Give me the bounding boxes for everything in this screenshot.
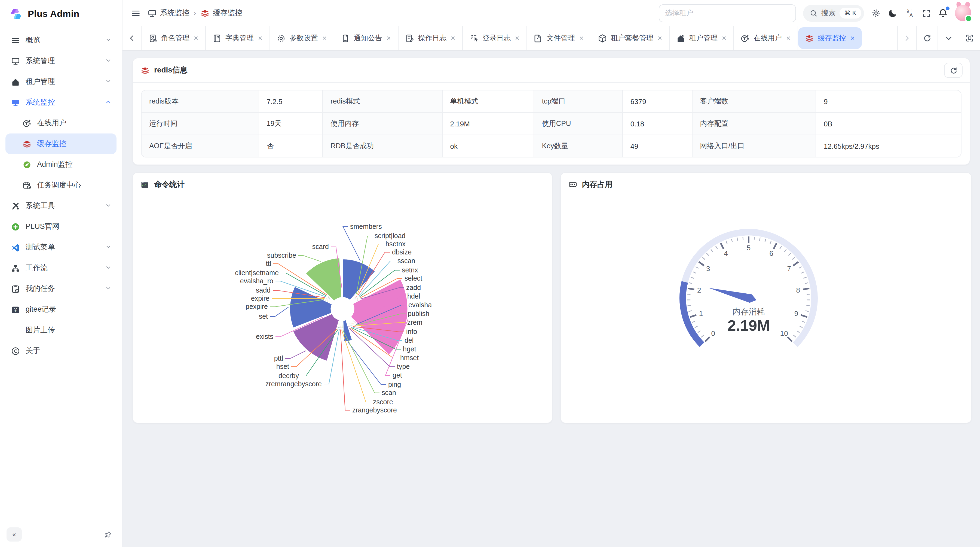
tab[interactable]: 文件管理 [527,26,591,50]
tab[interactable]: 参数设置 [270,26,334,50]
notifications-bell-icon[interactable] [938,8,948,18]
tab-close-icon[interactable] [386,35,391,41]
sidebar-item[interactable]: 在线用户 [5,113,116,134]
sidebar-item[interactable]: 概览 [5,30,116,51]
pin-icon[interactable] [100,527,115,542]
tab[interactable]: 登录日志 [463,26,527,50]
my-tasks-icon [11,284,20,293]
tab-close-icon[interactable] [322,35,327,41]
search-label: 搜索 [821,8,835,18]
sidebar-item[interactable]: 图片上传 [5,320,116,341]
sidebar-item[interactable]: PLUS官网 [5,216,116,237]
sidebar-item[interactable]: 关于 [5,341,116,361]
sidebar-item[interactable]: 我的任务 [5,278,116,299]
tab-close-icon[interactable] [193,35,199,41]
tab-close-icon[interactable] [786,35,791,41]
svg-text:9: 9 [794,309,798,317]
tab[interactable]: 字典管理 [206,26,270,50]
tab-close-icon[interactable] [579,35,584,41]
sidebar-item[interactable]: 系统管理 [5,51,116,71]
tab-label: 缓存监控 [818,33,846,43]
sidebar-item-label: 缓存监控 [37,139,111,149]
sidebar-item-label: 工作流 [25,263,100,273]
fullscreen-icon[interactable] [922,8,931,18]
settings-gear-icon[interactable] [871,8,881,18]
redis-icon [22,139,31,148]
translate-icon[interactable]: 文A [905,8,915,18]
svg-text:2: 2 [697,286,701,294]
tab[interactable]: 在线用户 [734,26,798,50]
svg-text:client|setname: client|setname [235,269,279,276]
svg-text:hset: hset [276,363,289,370]
app-title: Plus Admin [28,9,80,20]
search-button[interactable]: 搜索 ⌘ K [803,5,864,22]
sidebar-item[interactable]: 工作流 [5,258,116,278]
info-value: 6379 [622,91,692,113]
tenant-select-input[interactable]: 选择租户 [659,4,796,22]
sidebar-item[interactable]: ¥gitee记录 [5,299,116,320]
tab[interactable]: 操作日志 [399,26,463,50]
home-icon [11,77,20,86]
sidebar-item[interactable]: 系统工具 [5,196,116,216]
tab-refresh-button[interactable] [916,26,937,50]
tab-label: 参数设置 [290,33,318,43]
gear-icon [277,33,286,43]
sidebar-toggle-icon[interactable] [131,8,140,18]
svg-text:sadd: sadd [256,286,270,294]
tabs-scroll-left-button[interactable] [123,26,142,50]
sidebar-item-label: gitee记录 [25,305,111,314]
tab-close-icon[interactable] [850,35,855,41]
memory-usage-title: 内存占用 [582,180,612,190]
refresh-button[interactable] [944,63,963,78]
svg-text:8: 8 [796,286,800,294]
svg-text:setnx: setnx [402,266,418,274]
sidebar-item[interactable]: Admin监控 [5,154,116,175]
redis-info-card-header: redis信息 [133,58,970,83]
tab-active[interactable]: 缓存监控 [798,27,862,49]
sidebar-item-label: 系统管理 [25,56,100,66]
sidebar-collapse-button[interactable]: « [6,527,22,542]
terminal-icon: C:\ [140,180,150,190]
tab[interactable]: 通知公告 [334,26,399,50]
tab[interactable]: 角色管理 [142,26,206,50]
sidebar-item[interactable]: 测试菜单 [5,237,116,258]
tab-close-icon[interactable] [657,35,663,41]
tab-label: 在线用户 [754,33,782,43]
plus-circle-icon [11,222,20,231]
tab[interactable]: 租户套餐管理 [591,26,670,50]
dark-mode-moon-icon[interactable] [888,8,898,18]
sidebar-item[interactable]: 租户管理 [5,71,116,92]
pie-slices [290,258,408,361]
tabs-strip: 角色管理字典管理参数设置通知公告操作日志登录日志文件管理租户套餐管理租户管理在线… [142,26,897,50]
avatar[interactable] [955,5,971,21]
tab[interactable]: 租户管理 [670,26,734,50]
notification-badge [946,6,950,10]
svg-text:del: del [404,336,414,344]
svg-text:zrangebyscore: zrangebyscore [352,406,397,414]
info-label: AOF是否开启 [142,135,259,157]
info-value: 0B [816,113,961,135]
redis-icon [140,65,150,75]
tabs-scroll-right-button[interactable] [897,26,916,50]
tab-close-icon[interactable] [258,35,263,41]
breadcrumb-item[interactable]: 缓存监控 [200,8,242,18]
sidebar-item-label: 在线用户 [37,118,111,128]
role-icon [148,33,158,43]
tab-close-icon[interactable] [450,35,456,41]
tab-close-icon[interactable] [514,35,520,41]
tab-menu-chevron-button[interactable] [937,26,959,50]
memory-usage-header: 内存占用 [561,173,971,197]
page-content: redis信息 redis版本7.2.5redis模式单机模式tcp端口6379… [123,51,980,547]
content-fullscreen-button[interactable] [959,26,980,50]
chevron-down-icon [105,264,111,271]
sidebar-item-label: 系统监控 [25,97,100,107]
redis-info-card: redis信息 redis版本7.2.5redis模式单机模式tcp端口6379… [132,58,970,165]
sidebar-item[interactable]: 缓存监控 [5,134,116,154]
breadcrumb-item[interactable]: 系统监控 [148,8,189,18]
svg-text:exists: exists [256,333,273,340]
tab-close-icon[interactable] [721,35,727,41]
sidebar-item[interactable]: 系统监控 [5,92,116,113]
sidebar-item[interactable]: 任务调度中心 [5,175,116,196]
sidebar-item-label: 图片上传 [25,325,111,335]
logo[interactable]: Plus Admin [0,0,122,27]
